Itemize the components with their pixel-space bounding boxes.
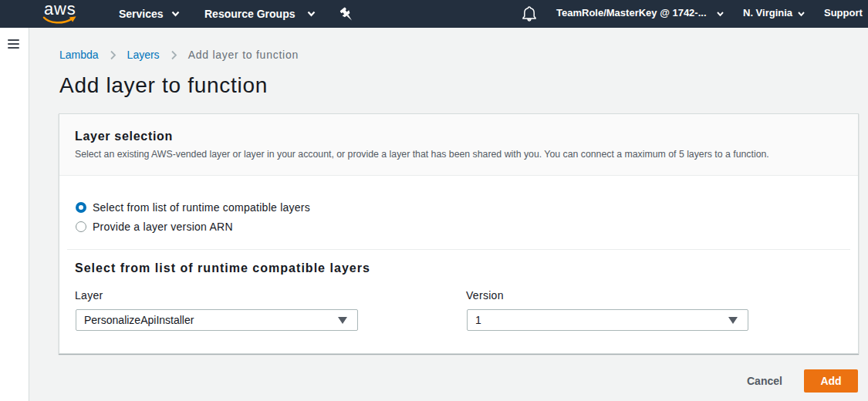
- svg-text:aws: aws: [44, 2, 76, 19]
